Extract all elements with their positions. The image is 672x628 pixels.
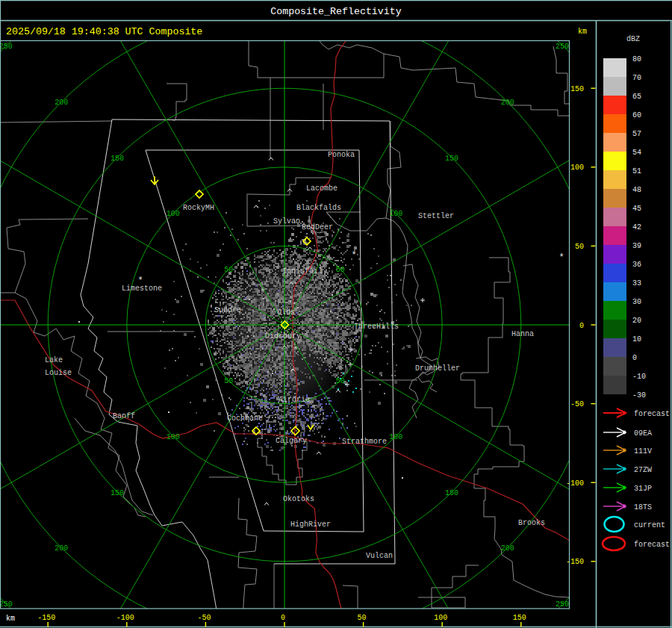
svg-text:200: 200 bbox=[501, 544, 514, 553]
svg-text:100: 100 bbox=[434, 614, 447, 622]
svg-text:Banff: Banff bbox=[113, 412, 135, 420]
svg-text:50: 50 bbox=[336, 266, 345, 274]
svg-text:Cochrane: Cochrane bbox=[227, 414, 263, 423]
svg-text:Limestone: Limestone bbox=[122, 285, 162, 293]
svg-text:HighRiver: HighRiver bbox=[290, 520, 331, 529]
svg-text:*: * bbox=[351, 250, 356, 261]
svg-text:Strathmore: Strathmore bbox=[342, 438, 387, 446]
svg-text:50: 50 bbox=[575, 243, 584, 251]
svg-text:Stettler: Stettler bbox=[418, 212, 454, 220]
svg-text:Louise: Louise bbox=[45, 369, 72, 377]
svg-text:Airdrie: Airdrie bbox=[279, 396, 310, 404]
svg-text:Calgary: Calgary bbox=[276, 437, 307, 445]
svg-text:18TS: 18TS bbox=[634, 503, 652, 512]
svg-text:100: 100 bbox=[570, 164, 584, 172]
svg-text:50: 50 bbox=[336, 377, 345, 385]
svg-text:Olds: Olds bbox=[277, 308, 295, 317]
svg-text:150: 150 bbox=[513, 614, 526, 622]
svg-text:km: km bbox=[6, 615, 15, 623]
svg-text:33: 33 bbox=[632, 279, 641, 287]
svg-text:70: 70 bbox=[632, 74, 641, 82]
svg-text:36: 36 bbox=[632, 261, 641, 269]
svg-text:0: 0 bbox=[632, 354, 637, 362]
svg-text:150: 150 bbox=[111, 489, 124, 497]
svg-text:Didsbury: Didsbury bbox=[265, 332, 301, 341]
svg-text:100: 100 bbox=[389, 210, 402, 218]
svg-text:20: 20 bbox=[632, 317, 641, 325]
svg-text:*: * bbox=[559, 252, 564, 263]
svg-text:200: 200 bbox=[501, 99, 514, 107]
svg-text:10: 10 bbox=[632, 335, 641, 343]
svg-text:-50: -50 bbox=[570, 400, 584, 408]
svg-text:-50: -50 bbox=[197, 614, 211, 622]
svg-text:-150: -150 bbox=[566, 558, 584, 566]
svg-text:RedDeer: RedDeer bbox=[302, 223, 333, 231]
svg-text:RockyMH: RockyMH bbox=[183, 204, 214, 212]
svg-text:dBZ: dBZ bbox=[626, 35, 640, 43]
svg-text:250: 250 bbox=[0, 43, 13, 51]
svg-text:250: 250 bbox=[556, 600, 569, 609]
svg-text:Vulcan: Vulcan bbox=[366, 552, 393, 560]
svg-text:-100: -100 bbox=[566, 479, 584, 488]
svg-text:50: 50 bbox=[224, 266, 233, 274]
svg-text:100: 100 bbox=[167, 433, 180, 441]
svg-text:200: 200 bbox=[55, 99, 68, 107]
svg-text:54: 54 bbox=[632, 149, 641, 157]
svg-text:Lake: Lake bbox=[45, 356, 63, 364]
svg-text:150: 150 bbox=[445, 155, 458, 163]
svg-text:50: 50 bbox=[358, 614, 367, 622]
svg-text:111V: 111V bbox=[634, 447, 652, 456]
svg-text:Drumheller: Drumheller bbox=[415, 364, 460, 373]
svg-text:Lacombe: Lacombe bbox=[306, 184, 337, 193]
svg-text:200: 200 bbox=[55, 544, 68, 553]
svg-text:Ponoka: Ponoka bbox=[328, 151, 355, 159]
svg-text:Innisfail: Innisfail bbox=[282, 267, 323, 276]
svg-text:80: 80 bbox=[632, 55, 641, 63]
svg-text:65: 65 bbox=[632, 93, 641, 101]
svg-text:30: 30 bbox=[632, 298, 641, 306]
svg-text:250: 250 bbox=[556, 43, 569, 51]
svg-text:-150: -150 bbox=[37, 614, 55, 622]
svg-text:250: 250 bbox=[0, 600, 13, 609]
svg-text:42: 42 bbox=[632, 223, 641, 231]
svg-text:forecast: forecast bbox=[634, 541, 670, 549]
svg-text:km: km bbox=[578, 28, 587, 36]
svg-text:current: current bbox=[634, 521, 665, 529]
svg-text:45: 45 bbox=[632, 205, 641, 213]
svg-text:31JP: 31JP bbox=[634, 485, 652, 493]
svg-text:-10: -10 bbox=[632, 373, 646, 381]
svg-text:100: 100 bbox=[167, 210, 180, 218]
svg-text:-30: -30 bbox=[632, 391, 646, 400]
svg-text:150: 150 bbox=[570, 85, 584, 93]
svg-text:Sylvan: Sylvan bbox=[273, 217, 300, 226]
svg-text:ThreeHills: ThreeHills bbox=[354, 323, 399, 331]
svg-text:2025/09/18 19:40:38 UTC Compos: 2025/09/18 19:40:38 UTC Composite bbox=[6, 26, 202, 37]
svg-text:Brooks: Brooks bbox=[518, 519, 545, 527]
svg-text:60: 60 bbox=[632, 111, 641, 119]
svg-text:forecast: forecast bbox=[634, 410, 670, 418]
svg-text:-100: -100 bbox=[116, 614, 134, 622]
svg-text:150: 150 bbox=[445, 489, 458, 497]
svg-text:27ZW: 27ZW bbox=[634, 466, 652, 474]
svg-text:57: 57 bbox=[632, 130, 641, 138]
svg-text:09EA: 09EA bbox=[634, 429, 652, 438]
svg-text:0: 0 bbox=[281, 614, 285, 622]
svg-text:100: 100 bbox=[389, 433, 402, 441]
svg-text:Blackfalds: Blackfalds bbox=[296, 204, 341, 212]
svg-text:50: 50 bbox=[224, 377, 233, 385]
svg-text:Okotoks: Okotoks bbox=[283, 495, 314, 503]
svg-text:Hanna: Hanna bbox=[511, 330, 534, 338]
svg-text:Composite_Reflectivity: Composite_Reflectivity bbox=[270, 6, 402, 17]
svg-text:48: 48 bbox=[632, 186, 641, 194]
svg-text:Sundre: Sundre bbox=[214, 306, 241, 314]
svg-text:39: 39 bbox=[632, 242, 641, 250]
svg-text:0: 0 bbox=[579, 322, 584, 330]
svg-text:51: 51 bbox=[632, 167, 641, 175]
svg-text:150: 150 bbox=[111, 155, 124, 163]
